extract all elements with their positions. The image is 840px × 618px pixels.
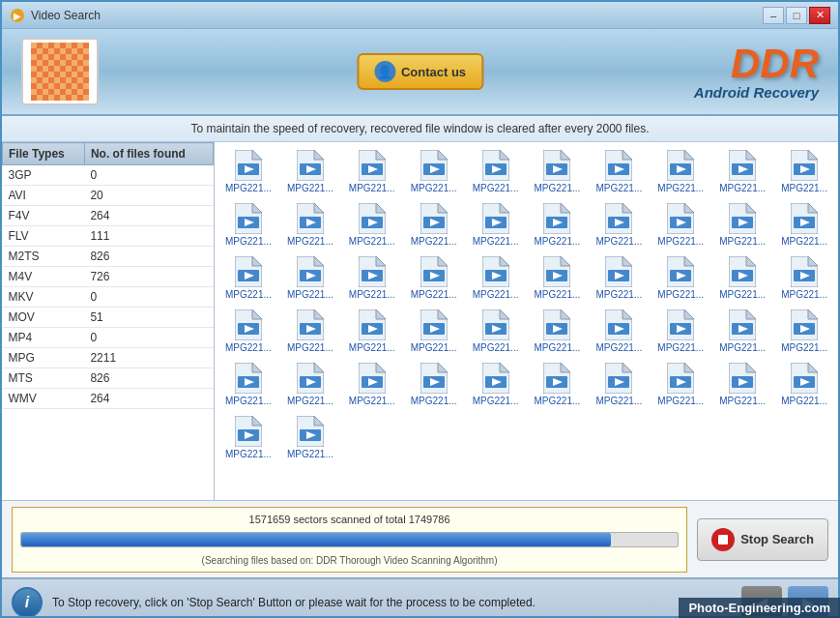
file-icon: [295, 416, 326, 447]
file-name: MPG221...: [776, 236, 832, 247]
minimize-button[interactable]: –: [763, 7, 784, 24]
file-icon: [541, 256, 572, 287]
list-item[interactable]: MPG221...: [651, 146, 710, 197]
list-item[interactable]: MPG221...: [466, 252, 526, 304]
svg-marker-75: [746, 203, 756, 213]
file-name: MPG221...: [776, 289, 832, 300]
file-icon: [727, 203, 758, 234]
list-item[interactable]: MPG221...: [404, 359, 464, 410]
list-item[interactable]: MPG221...: [218, 199, 278, 250]
list-item[interactable]: MPG221...: [218, 146, 278, 197]
file-name: MPG221...: [652, 183, 709, 193]
list-item[interactable]: MPG221...: [342, 146, 402, 197]
list-item[interactable]: MPG221...: [589, 146, 649, 197]
list-item[interactable]: MPG221...: [342, 359, 402, 410]
list-item[interactable]: MPG221...: [280, 412, 340, 463]
list-item[interactable]: MPG221...: [774, 199, 834, 250]
list-item[interactable]: MPG221...: [589, 306, 649, 357]
list-item[interactable]: MPG221...: [342, 199, 402, 250]
list-item[interactable]: MPG221...: [280, 252, 340, 304]
file-name: MPG221...: [220, 449, 276, 459]
svg-marker-115: [746, 256, 756, 266]
list-item[interactable]: MPG221...: [774, 146, 834, 197]
list-item[interactable]: MPG221...: [774, 359, 834, 410]
file-icon: [789, 309, 820, 340]
col-files-found: No. of files found: [84, 143, 213, 165]
list-item[interactable]: MPG221...: [218, 412, 278, 463]
list-item[interactable]: MPG221...: [712, 146, 772, 197]
list-item[interactable]: MPG221...: [342, 252, 402, 304]
list-item[interactable]: MPG221...: [651, 252, 710, 304]
list-item[interactable]: MPG221...: [712, 306, 772, 357]
list-item[interactable]: MPG221...: [712, 199, 772, 250]
maximize-button[interactable]: □: [786, 7, 807, 24]
list-item[interactable]: MPG221...: [589, 252, 649, 304]
list-item[interactable]: MPG221...: [280, 359, 340, 410]
list-item[interactable]: MPG221...: [404, 199, 464, 250]
file-grid-panel[interactable]: MPG221... MPG221... MPG221: [215, 142, 838, 500]
file-count-cell: 826: [84, 247, 213, 267]
svg-marker-203: [252, 416, 262, 426]
file-type-cell: MKV: [3, 287, 85, 308]
list-item[interactable]: MPG221...: [466, 146, 526, 197]
file-name: MPG221...: [282, 183, 338, 193]
table-row: FLV111: [3, 226, 214, 247]
svg-marker-71: [684, 203, 694, 213]
list-item[interactable]: MPG221...: [589, 359, 649, 410]
list-item[interactable]: MPG221...: [589, 199, 649, 250]
file-name: MPG221...: [406, 342, 462, 353]
list-item[interactable]: MPG221...: [404, 252, 464, 304]
list-item[interactable]: MPG221...: [466, 306, 526, 357]
list-item[interactable]: MPG221...: [712, 252, 772, 304]
list-item[interactable]: MPG221...: [528, 306, 588, 357]
list-item[interactable]: MPG221...: [528, 252, 588, 304]
file-type-cell: MTS: [3, 368, 85, 389]
file-name: MPG221...: [714, 289, 770, 300]
file-name: MPG221...: [220, 236, 276, 247]
list-item[interactable]: MPG221...: [280, 306, 340, 357]
file-type-cell: M4V: [3, 267, 85, 287]
list-item[interactable]: MPG221...: [651, 306, 710, 357]
svg-marker-167: [314, 363, 324, 372]
main-content: File Types No. of files found 3GP0AVI20F…: [2, 142, 838, 500]
contact-us-button[interactable]: 👤 Contact us: [357, 53, 483, 90]
list-item[interactable]: MPG221...: [342, 306, 402, 357]
file-icon: [357, 203, 388, 234]
svg-marker-67: [623, 203, 632, 213]
svg-marker-199: [808, 363, 818, 372]
file-icon: [603, 363, 634, 394]
list-item[interactable]: MPG221...: [651, 199, 710, 250]
list-item[interactable]: MPG221...: [712, 359, 772, 410]
list-item[interactable]: MPG221...: [774, 306, 834, 357]
close-button[interactable]: ✕: [809, 7, 830, 24]
list-item[interactable]: MPG221...: [528, 199, 588, 250]
svg-marker-87: [314, 256, 324, 266]
file-types-panel[interactable]: File Types No. of files found 3GP0AVI20F…: [2, 142, 215, 500]
list-item[interactable]: MPG221...: [404, 146, 464, 197]
list-item[interactable]: MPG221...: [218, 252, 278, 304]
svg-marker-103: [561, 256, 570, 266]
file-icon: [603, 309, 634, 340]
file-icon: [665, 150, 696, 181]
list-item[interactable]: MPG221...: [466, 199, 526, 250]
svg-marker-195: [746, 363, 756, 372]
svg-marker-7: [314, 150, 324, 160]
stop-search-button[interactable]: Stop Search: [697, 518, 828, 561]
list-item[interactable]: MPG221...: [280, 199, 340, 250]
list-item[interactable]: MPG221...: [218, 359, 278, 410]
svg-marker-19: [500, 150, 509, 160]
list-item[interactable]: MPG221...: [218, 306, 278, 357]
list-item[interactable]: MPG221...: [651, 359, 710, 410]
list-item[interactable]: MPG221...: [528, 359, 588, 410]
list-item[interactable]: MPG221...: [404, 306, 464, 357]
file-icon: [233, 363, 264, 394]
info-bar: To maintain the speed of recovery, recov…: [2, 116, 838, 142]
list-item[interactable]: MPG221...: [774, 252, 834, 304]
list-item[interactable]: MPG221...: [280, 146, 340, 197]
file-icon: [727, 150, 758, 181]
svg-marker-79: [808, 203, 818, 213]
list-item[interactable]: MPG221...: [528, 146, 588, 197]
table-row: MP40: [3, 328, 214, 348]
list-item[interactable]: MPG221...: [466, 359, 526, 410]
svg-marker-139: [500, 309, 509, 319]
